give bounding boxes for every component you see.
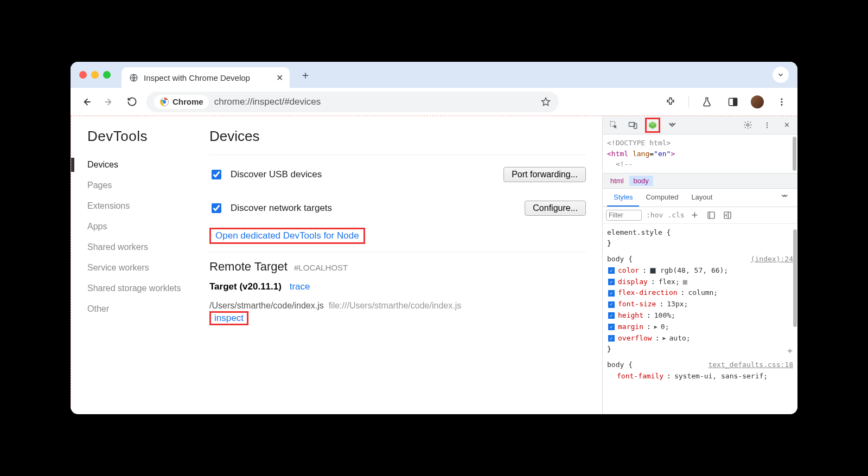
target-path: /Users/stmarthe/code/index.js file:///Us… [209, 301, 586, 311]
separator [688, 96, 689, 108]
device-toolbar-icon[interactable] [626, 118, 641, 133]
styles-pane[interactable]: element.style { } (index):24 body { ✓col… [603, 224, 797, 415]
svg-point-16 [767, 126, 768, 127]
tab-overflow-button[interactable] [773, 67, 789, 83]
discover-usb-checkbox[interactable] [212, 170, 221, 179]
menu-kebab-icon[interactable] [774, 94, 790, 110]
inspect-highlight: inspect [209, 311, 248, 325]
toggle-sidebar-icon[interactable] [722, 209, 733, 221]
reload-button[interactable] [124, 94, 140, 110]
minimize-window-button[interactable] [91, 71, 99, 79]
node-tab-highlight[interactable] [645, 118, 660, 133]
open-node-devtools-highlight: Open dedicated DevTools for Node [209, 228, 365, 244]
back-button[interactable] [78, 94, 94, 110]
sidebar-item-service-workers[interactable]: Service workers [87, 258, 209, 278]
css-property[interactable]: ✓display: flex; ▦ [607, 276, 793, 288]
devtools-tabbar: ✕ [603, 116, 797, 134]
subtab-layout[interactable]: Layout [685, 189, 719, 207]
side-panel-icon[interactable] [725, 94, 741, 110]
svg-point-6 [781, 101, 783, 102]
new-style-rule-icon[interactable] [689, 209, 701, 221]
subtab-more-icon[interactable] [776, 189, 793, 207]
breadcrumb: html body [603, 173, 797, 189]
sidebar-item-pages[interactable]: Pages [87, 175, 209, 196]
open-node-devtools-link[interactable]: Open dedicated DevTools for Node [215, 230, 359, 241]
profile-avatar[interactable] [751, 95, 764, 108]
svg-point-15 [767, 124, 768, 125]
svg-point-7 [781, 104, 783, 105]
chrome-badge: Chrome [154, 95, 209, 109]
trace-link[interactable]: trace [290, 281, 310, 292]
bookmark-star-icon[interactable] [540, 97, 551, 107]
svg-rect-4 [733, 98, 737, 105]
inspect-element-icon[interactable] [606, 118, 621, 133]
sidebar-item-shared-storage[interactable]: Shared storage worklets [87, 278, 209, 299]
extensions-icon[interactable] [662, 94, 679, 110]
tab-close-icon[interactable]: ✕ [276, 73, 283, 83]
devtools-logo: DevTools [87, 128, 209, 145]
svg-rect-18 [724, 212, 731, 218]
styles-filter-input[interactable] [606, 210, 642, 221]
css-property[interactable]: ✓height: 100%; [607, 310, 793, 321]
css-property[interactable]: ✓font-size: 13px; [607, 299, 793, 310]
tab-title: Inspect with Chrome Develop [144, 73, 271, 82]
body-rule: (index):24 body { ✓color: rgb(48, 57, 66… [607, 254, 793, 355]
discover-network-checkbox[interactable] [212, 203, 221, 213]
sidebar-item-extensions[interactable]: Extensions [87, 196, 209, 216]
sidebar-item-other[interactable]: Other [87, 299, 209, 319]
styles-subtabs: Styles Computed Layout [603, 189, 797, 207]
toggle-computed-icon[interactable] [705, 209, 717, 221]
subtab-computed[interactable]: Computed [639, 189, 685, 207]
css-property[interactable]: ✓margin: ▶ 0; [607, 321, 793, 333]
css-property[interactable]: ✓flex-direction: column; [607, 287, 793, 299]
css-property[interactable]: ✓color: rgb(48, 57, 66); [607, 265, 793, 276]
elements-tree[interactable]: <!DOCTYPE html> <html lang="en"> <!-- [603, 134, 797, 173]
svg-rect-10 [634, 124, 637, 128]
sidebar: DevTools Devices Pages Extensions Apps S… [71, 116, 209, 414]
discover-usb-label: Discover USB devices [231, 169, 322, 180]
add-property-icon[interactable]: ＋ [786, 344, 794, 358]
maximize-window-button[interactable] [103, 71, 111, 79]
scrollbar[interactable] [793, 137, 796, 171]
svg-point-13 [746, 124, 749, 126]
sidebar-item-devices[interactable]: Devices [87, 155, 209, 175]
breadcrumb-html[interactable]: html [606, 176, 628, 186]
port-forwarding-button[interactable]: Port forwarding... [503, 167, 586, 182]
browser-tab[interactable]: Inspect with Chrome Develop ✕ [122, 67, 290, 88]
toolbar: Chrome chrome://inspect/#devices [71, 88, 797, 116]
close-devtools-icon[interactable]: ✕ [779, 118, 794, 133]
rule-source[interactable]: text_defaults.css:18 [708, 359, 793, 371]
content-area: DevTools Devices Pages Extensions Apps S… [71, 116, 797, 414]
address-bar[interactable]: Chrome chrome://inspect/#devices [146, 92, 559, 112]
remote-target-heading: Remote Target #LOCALHOST [209, 260, 586, 274]
svg-point-2 [163, 100, 166, 103]
element-style-rule: element.style { } [607, 227, 793, 250]
svg-rect-17 [708, 212, 714, 218]
labs-icon[interactable] [699, 94, 715, 110]
cls-toggle[interactable]: .cls [667, 211, 684, 219]
css-property[interactable]: ✓overflow: ▶ auto; [607, 333, 793, 344]
inspect-link[interactable]: inspect [211, 313, 247, 323]
sidebar-item-apps[interactable]: Apps [87, 216, 209, 237]
devtools-panel: ✕ <!DOCTYPE html> <html lang="en"> <!-- … [602, 116, 797, 414]
more-kebab-icon[interactable] [760, 118, 775, 133]
svg-point-14 [767, 122, 768, 123]
traffic-lights [79, 71, 111, 79]
breadcrumb-body[interactable]: body [629, 176, 653, 186]
settings-gear-icon[interactable] [740, 118, 755, 133]
scrollbar[interactable] [793, 229, 797, 327]
styles-filter-bar: :hov .cls [603, 207, 797, 224]
forward-button[interactable] [101, 94, 117, 110]
close-window-button[interactable] [79, 71, 87, 79]
subtab-styles[interactable]: Styles [607, 189, 639, 207]
titlebar: Inspect with Chrome Develop ✕ ＋ [71, 62, 797, 88]
configure-button[interactable]: Configure... [525, 201, 586, 216]
rule-source[interactable]: (index):24 [751, 254, 793, 265]
browser-window: Inspect with Chrome Develop ✕ ＋ Chrome c… [71, 62, 797, 414]
devices-panel: Devices Discover USB devices Port forwar… [209, 116, 602, 414]
hov-toggle[interactable]: :hov [646, 211, 663, 219]
sidebar-item-shared-workers[interactable]: Shared workers [87, 237, 209, 258]
overflow-tabs-icon[interactable] [665, 118, 680, 133]
new-tab-button[interactable]: ＋ [297, 67, 314, 83]
inspect-page: DevTools Devices Pages Extensions Apps S… [71, 116, 602, 414]
